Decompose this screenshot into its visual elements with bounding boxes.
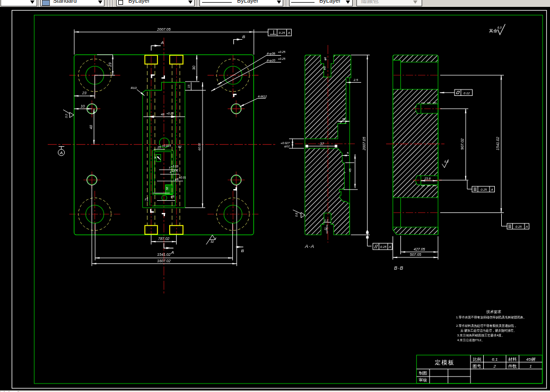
svg-text:62: 62 [178,145,181,148]
svg-text:0.25: 0.25 [516,225,522,228]
svg-text:后.砸加工处理适当处理，砸多随时清理。: 后.砸加工处理适当处理，砸多随时清理。 [460,328,517,333]
svg-text:φ6: φ6 [324,57,327,61]
svg-text:23: 23 [108,63,112,67]
svg-text:0.25: 0.25 [380,245,387,248]
svg-text:907.02: 907.02 [460,138,464,150]
svg-text:材料: 材料 [508,357,517,362]
svg-text:2: 2 [493,364,496,369]
svg-text:15: 15 [187,84,190,88]
svg-text:比例: 比例 [473,357,481,362]
svg-text:6:1: 6:1 [492,357,497,362]
svg-text:B: B [241,248,245,253]
svg-text:23: 23 [82,91,86,95]
svg-text:+0.5: +0.5 [172,170,178,173]
svg-text:1541.02: 1541.02 [157,253,170,256]
svg-text:4-M12: 4-M12 [258,95,267,98]
svg-text:6.3: 6.3 [444,160,449,163]
svg-text:A: A [491,188,493,191]
svg-text:0.12: 0.12 [464,92,470,95]
svg-text:A: A [161,40,164,45]
svg-text:φ12: φ12 [284,145,290,148]
svg-text:0.25: 0.25 [481,188,487,191]
svg-text:10: 10 [81,104,85,108]
svg-text:+0.25: +0.25 [278,57,286,60]
svg-text:R10: R10 [130,86,137,90]
svg-text:45: 45 [348,168,352,172]
svg-text:3.2: 3.2 [65,114,68,118]
svg-text:1.2: 1.2 [324,219,328,222]
svg-text:2.5: 2.5 [353,78,359,82]
svg-text:0.8: 0.8 [295,212,298,217]
svg-text:48: 48 [89,125,93,129]
svg-text:1: 1 [529,364,531,369]
svg-text:制图: 制图 [419,371,427,376]
svg-text:2007.05: 2007.05 [156,28,170,31]
svg-text:32: 32 [211,240,214,243]
svg-text:4-φ36: 4-φ36 [267,52,276,55]
svg-text:A: A [525,225,528,228]
svg-text:4-φ20: 4-φ20 [267,59,276,62]
svg-text:58: 58 [165,186,169,190]
svg-text:+0.25: +0.25 [167,112,174,115]
svg-text:A-A: A-A [304,244,315,249]
svg-text:3.未注倾角和稍面按工艺要求4度。: 3.未注倾角和稍面按工艺要求4度。 [457,333,504,337]
svg-text:+0.25: +0.25 [278,50,286,54]
svg-text:0.25: 0.25 [279,31,285,34]
svg-text:审核: 审核 [419,378,427,382]
svg-text:73: 73 [342,118,346,121]
svg-text:427.05: 427.05 [414,247,425,251]
svg-text:+0.015: +0.015 [162,144,171,147]
svg-text:图号: 图号 [473,364,481,369]
svg-text:+0.03: +0.03 [171,165,179,168]
svg-text:+0.01: +0.01 [179,176,186,179]
svg-text:45钢: 45钢 [526,357,536,362]
svg-text:507.05: 507.05 [410,253,422,256]
svg-text:A: A [388,245,391,248]
svg-text:25: 25 [157,146,161,149]
svg-text:6.3: 6.3 [497,26,502,29]
svg-text:定模板: 定模板 [435,359,455,366]
svg-text:30: 30 [192,66,196,70]
svg-text:2: 2 [144,198,146,201]
svg-text:技术要求: 技术要求 [486,310,501,314]
svg-text:φ5: φ5 [171,195,175,198]
svg-text:2007.05: 2007.05 [362,137,366,150]
svg-text:48: 48 [161,113,164,116]
svg-text:其余: 其余 [489,29,497,33]
svg-text:787.02: 787.02 [158,237,170,240]
svg-text:B: B [242,34,246,39]
svg-text:1607.02: 1607.02 [157,259,170,263]
svg-text:4.未注公差按IT12。: 4.未注公差按IT12。 [457,338,484,342]
svg-text:60.02: 60.02 [198,143,201,150]
svg-text:1.零件表面不得有划痕碰伤等缺陷及毛刺破损现象。: 1.零件表面不得有划痕碰伤等缺陷及毛刺破损现象。 [456,315,526,319]
svg-text:2.零件材料及热处理不得有裂纹及普通缺陷，: 2.零件材料及热处理不得有裂纹及普通缺陷， [456,324,517,328]
svg-text:B-B: B-B [394,265,404,271]
svg-text:1541.02: 1541.02 [496,137,500,150]
svg-text:37: 37 [320,142,325,146]
svg-text:A: A [59,150,63,155]
svg-text:4: 4 [170,171,171,174]
svg-text:A: A [171,250,174,255]
svg-text:23.6: 23.6 [424,177,431,180]
svg-text:A: A [287,31,290,34]
svg-text:+0.027: +0.027 [281,141,290,145]
svg-text:件数: 件数 [508,364,517,369]
